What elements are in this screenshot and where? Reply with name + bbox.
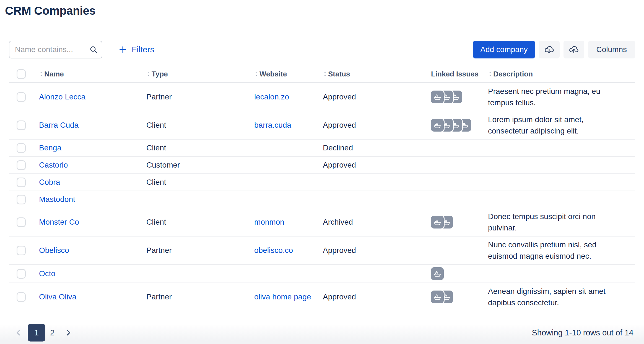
table-row: Castorio Customer Approved — [9, 157, 635, 174]
row-checkbox[interactable] — [17, 143, 26, 153]
linked-issue-ship-icon[interactable] — [431, 91, 444, 103]
row-checkbox[interactable] — [17, 178, 26, 187]
company-name-link[interactable]: Alonzo Lecca — [39, 93, 85, 101]
columns-button[interactable]: Columns — [588, 41, 635, 58]
table-footer: 12 Showing 1-10 rows out of 14 — [12, 324, 633, 342]
table-body: Alonzo Lecca Partner lecalon.zo Approved… — [9, 83, 635, 311]
ship-icon — [433, 121, 442, 130]
company-name-link[interactable]: Benga — [39, 143, 61, 152]
website-link[interactable]: lecalon.zo — [254, 93, 289, 101]
filters-button[interactable]: Filters — [118, 45, 154, 54]
page-button-1[interactable]: 1 — [28, 324, 45, 342]
table-row: Benga Client Declined — [9, 140, 635, 157]
page-button-2[interactable]: 2 — [45, 324, 59, 342]
ship-icon — [433, 269, 442, 278]
row-checkbox[interactable] — [17, 292, 26, 302]
sort-icon — [146, 70, 151, 78]
name-cell: Alonzo Lecca — [34, 93, 141, 101]
row-checkbox[interactable] — [17, 92, 26, 102]
column-header-label: Description — [493, 68, 533, 80]
column-header-status[interactable]: Status — [318, 70, 429, 78]
type-cell: Client — [141, 121, 249, 130]
search-input[interactable] — [9, 41, 102, 58]
status-cell: Approved — [318, 292, 429, 301]
company-name-link[interactable]: Monster Co — [39, 218, 79, 226]
export-button[interactable] — [564, 41, 584, 58]
column-header-website[interactable]: Website — [249, 70, 318, 78]
row-checkbox-cell — [9, 160, 34, 170]
chevron-left-icon — [14, 328, 23, 337]
filters-label: Filters — [132, 45, 154, 54]
import-button[interactable] — [539, 41, 560, 58]
row-checkbox[interactable] — [17, 217, 26, 227]
row-checkbox[interactable] — [17, 269, 26, 279]
row-checkbox-cell — [9, 195, 34, 204]
status-cell: Approved — [318, 93, 429, 101]
status-cell: Declined — [318, 143, 429, 152]
company-name-link[interactable]: Mastodont — [39, 195, 75, 204]
row-checkbox-cell — [9, 120, 34, 130]
page-header: CRM Companies — [0, 0, 644, 28]
row-checkbox[interactable] — [17, 160, 26, 170]
toolbar: Filters Add company Columns — [9, 40, 635, 59]
column-header-label: Website — [259, 70, 287, 78]
linked-issue-ship-icon[interactable] — [431, 267, 444, 280]
cloud-upload-icon — [568, 44, 579, 55]
company-name-link[interactable]: Octo — [39, 269, 55, 278]
table-row: Alonzo Lecca Partner lecalon.zo Approved… — [9, 83, 635, 111]
table-header-row: NameTypeWebsiteStatusLinked IssuesDescri… — [9, 66, 635, 83]
description-cell: Nunc convallis pretium nisl, sed euismod… — [483, 239, 621, 262]
sort-icon — [39, 70, 43, 78]
linked-issue-ship-icon[interactable] — [431, 216, 444, 229]
sort-icon — [254, 70, 259, 78]
name-cell: Castorio — [34, 161, 141, 170]
website-cell: barra.cuda — [249, 121, 318, 130]
name-cell: Barra Cuda — [34, 121, 141, 130]
type-cell: Client — [141, 218, 249, 227]
description-cell: Lorem ipsum dolor sit amet, consectetur … — [483, 114, 621, 137]
column-header-name[interactable]: Name — [34, 70, 141, 78]
name-cell: Oliva Oliva — [34, 292, 141, 301]
add-company-button[interactable]: Add company — [473, 41, 535, 58]
type-cell: Client — [141, 178, 249, 187]
column-header-label: Name — [44, 70, 64, 78]
row-checkbox[interactable] — [17, 120, 26, 130]
page-title: CRM Companies — [5, 3, 644, 19]
previous-page-button[interactable] — [12, 324, 25, 342]
website-link[interactable]: monmon — [254, 218, 284, 226]
select-all-checkbox[interactable] — [17, 69, 26, 79]
company-name-link[interactable]: Castorio — [39, 161, 68, 169]
company-name-link[interactable]: Barra Cuda — [39, 121, 79, 129]
chevron-right-icon — [64, 328, 72, 337]
linked-issue-ship-icon[interactable] — [431, 291, 444, 303]
website-link[interactable]: barra.cuda — [254, 121, 291, 129]
website-link[interactable]: oliva home page — [254, 292, 311, 301]
company-name-link[interactable]: Oliva Oliva — [39, 292, 76, 301]
company-name-link[interactable]: Cobra — [39, 178, 60, 186]
column-header-label: Type — [152, 70, 168, 78]
search-field — [9, 41, 102, 58]
website-cell: oliva home page — [249, 292, 318, 301]
website-link[interactable]: obelisco.co — [254, 246, 293, 255]
column-header-type[interactable]: Type — [141, 70, 249, 78]
row-checkbox-cell — [9, 269, 34, 279]
row-checkbox-cell — [9, 217, 34, 227]
description-cell: Donec tempus suscipit orci non pulvinar. — [483, 211, 621, 233]
name-cell: Obelisco — [34, 246, 141, 255]
row-checkbox[interactable] — [17, 195, 26, 204]
linked-issue-ship-icon[interactable] — [431, 119, 444, 132]
column-header-description[interactable]: Description — [483, 68, 621, 80]
row-checkbox[interactable] — [17, 246, 26, 255]
table-row: Octo — [9, 265, 635, 283]
linked-issues-cell — [429, 267, 483, 280]
name-cell: Benga — [34, 143, 141, 152]
company-name-link[interactable]: Obelisco — [39, 246, 69, 255]
table-row: Barra Cuda Client barra.cuda Approved Lo… — [9, 111, 635, 140]
name-cell: Monster Co — [34, 218, 141, 227]
type-cell: Partner — [141, 246, 249, 255]
table-row: Oliva Oliva Partner oliva home page Appr… — [9, 283, 635, 311]
next-page-button[interactable] — [62, 324, 75, 342]
column-header-linked-issues[interactable]: Linked Issues — [429, 70, 483, 78]
ship-icon — [433, 93, 442, 101]
type-cell: Client — [141, 143, 249, 152]
